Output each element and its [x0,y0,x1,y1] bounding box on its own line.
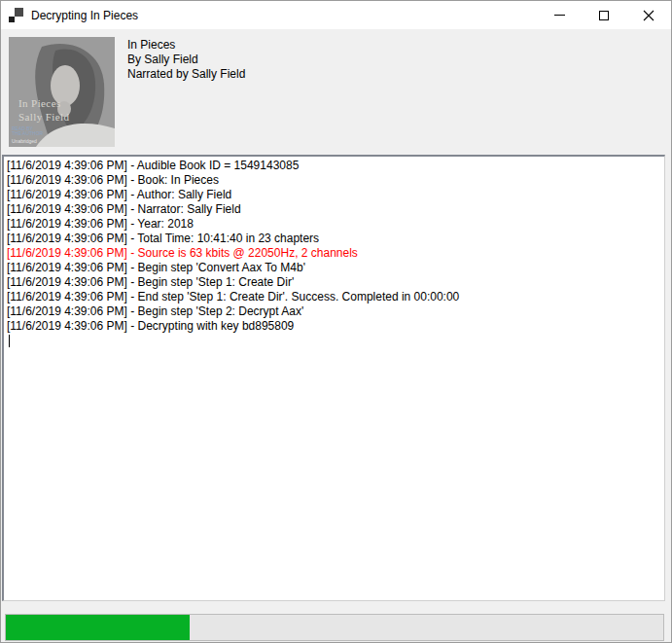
log-line: [11/6/2019 4:39:06 PM] - Total Time: 10:… [7,232,662,246]
book-title: In Pieces [127,38,245,53]
text-caret [9,335,10,347]
log-line: [11/6/2019 4:39:06 PM] - Source is 63 kb… [7,246,662,261]
app-window: Decrypting In Pieces In [0,0,672,643]
log-line: [11/6/2019 4:39:06 PM] - Book: In Pieces [7,173,662,188]
log-line: [11/6/2019 4:39:06 PM] - Author: Sally F… [7,188,662,202]
close-icon [643,10,654,21]
log-line: [11/6/2019 4:39:06 PM] - Decrypting with… [7,319,662,334]
app-icon [9,8,23,22]
cover-title-text: In Pieces [18,97,61,109]
titlebar: Decrypting In Pieces [1,1,671,29]
book-info: In Pieces By Sally Field Narrated by Sal… [127,38,245,82]
maximize-icon [599,11,609,20]
progress-bar [5,614,664,641]
window-title: Decrypting In Pieces [31,9,138,22]
log-line: [11/6/2019 4:39:06 PM] - Narrator: Sally… [7,202,662,217]
cover-author-text: Sally Field [18,111,69,123]
minimize-button[interactable] [537,1,582,29]
app-icon-square-large [15,8,23,17]
window-controls [537,1,671,29]
book-narrator: Narrated by Sally Field [127,67,245,82]
log-line: [11/6/2019 4:39:06 PM] - Begin step 'Ste… [7,275,662,290]
log-line: [11/6/2019 4:39:06 PM] - Begin step 'Con… [7,261,662,275]
log-line: [11/6/2019 4:39:06 PM] - Begin step 'Ste… [7,304,662,319]
cover-unabridged-text: Unabridged [12,138,37,144]
cover-read-by-badge: READ BY THE AUTHOR [12,126,43,136]
minimize-icon [554,15,565,16]
log-textbox[interactable]: [11/6/2019 4:39:06 PM] - Audible Book ID… [2,155,665,601]
book-cover-image: In Pieces Sally Field READ BY THE AUTHOR… [9,37,115,147]
log-line: [11/6/2019 4:39:06 PM] - Year: 2018 [7,217,662,232]
progress-fill [6,615,190,640]
maximize-button[interactable] [582,1,626,29]
log-line: [11/6/2019 4:39:06 PM] - End step 'Step … [7,290,662,304]
book-author: By Sally Field [127,53,245,67]
log-line: [11/6/2019 4:39:06 PM] - Audible Book ID… [7,159,662,173]
app-icon-square-small [9,17,15,22]
close-button[interactable] [626,1,671,29]
